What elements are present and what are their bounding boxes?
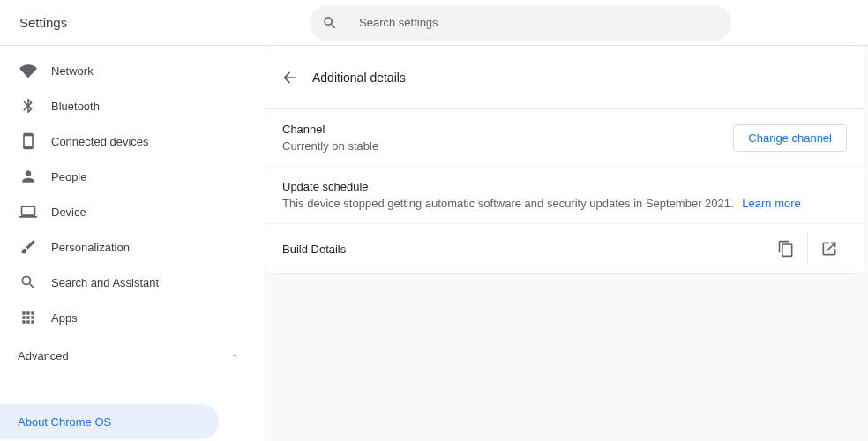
sidebar-item-people[interactable]: People (0, 159, 265, 194)
sidebar-item-label: Personalization (51, 241, 130, 254)
update-label: Update schedule (282, 180, 847, 193)
sidebar-item-label: Device (51, 206, 86, 219)
advanced-label: Advanced (18, 349, 69, 363)
search-wrap (265, 5, 776, 41)
divider (807, 233, 808, 265)
search-box[interactable] (310, 5, 731, 41)
brush-icon (19, 238, 37, 256)
copy-button[interactable] (768, 231, 804, 266)
arrow-back-icon (281, 69, 298, 86)
sidebar-item-label: Bluetooth (51, 100, 100, 113)
back-button[interactable] (273, 62, 305, 93)
sidebar-item-search-assistant[interactable]: Search and Assistant (0, 265, 265, 300)
update-sub: This device stopped getting automatic so… (282, 197, 847, 210)
sidebar-item-connected-devices[interactable]: Connected devices (0, 123, 265, 159)
search-icon (322, 15, 338, 31)
update-schedule-row: Update schedule This device stopped gett… (265, 167, 864, 224)
chevron-down-icon (230, 351, 239, 360)
laptop-icon (19, 203, 37, 220)
sidebar-item-label: Apps (51, 311, 78, 325)
body: Network Bluetooth Connected devices Peop… (0, 46, 868, 441)
apps-icon (19, 309, 37, 326)
channel-sub: Currently on stable (282, 139, 733, 153)
wifi-icon (19, 62, 37, 79)
app-header: Settings (0, 0, 868, 46)
search-input[interactable] (357, 15, 719, 30)
build-label: Build Details (282, 243, 768, 256)
sidebar-item-device[interactable]: Device (0, 194, 265, 229)
sidebar: Network Bluetooth Connected devices Peop… (0, 46, 265, 441)
sidebar-item-network[interactable]: Network (0, 53, 265, 88)
bluetooth-icon (19, 97, 37, 115)
sidebar-item-label: People (51, 170, 86, 183)
build-details-row: Build Details (265, 224, 864, 273)
sidebar-item-about-chrome-os[interactable]: About Chrome OS (0, 404, 219, 439)
learn-more-link[interactable]: Learn more (742, 197, 800, 210)
open-external-button[interactable] (812, 231, 847, 266)
person-icon (19, 168, 37, 185)
card-header: Additional details (265, 46, 864, 109)
sidebar-item-label: Connected devices (51, 135, 149, 148)
sidebar-item-personalization[interactable]: Personalization (0, 229, 265, 265)
channel-label: Channel (282, 123, 733, 136)
copy-icon (777, 240, 795, 258)
about-label: About Chrome OS (18, 415, 111, 429)
change-channel-button[interactable]: Change channel (733, 124, 847, 152)
page-title: Additional details (312, 71, 406, 85)
sidebar-item-apps[interactable]: Apps (0, 300, 265, 335)
content: Additional details Channel Currently on … (265, 46, 868, 441)
sidebar-item-label: Search and Assistant (51, 276, 159, 289)
search-icon (19, 273, 37, 291)
channel-row: Channel Currently on stable Change chann… (265, 109, 864, 167)
open-in-new-icon (820, 240, 838, 258)
sidebar-advanced[interactable]: Advanced (0, 335, 265, 376)
sidebar-item-label: Network (51, 64, 94, 78)
sidebar-item-bluetooth[interactable]: Bluetooth (0, 88, 265, 123)
app-title: Settings (0, 15, 265, 30)
details-card: Additional details Channel Currently on … (265, 46, 864, 273)
phone-icon (19, 132, 37, 150)
